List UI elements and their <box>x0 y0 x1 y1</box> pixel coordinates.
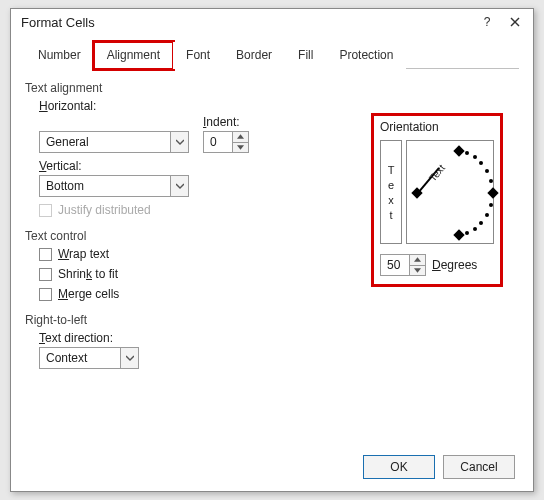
degrees-up-button[interactable] <box>410 255 425 265</box>
tab-strip: Number Alignment Font Border Fill Protec… <box>25 41 519 69</box>
horizontal-label: Horizontal: <box>39 99 519 113</box>
ok-button[interactable]: OK <box>363 455 435 479</box>
merge-cells-checkbox[interactable]: Merge cells <box>39 287 519 301</box>
tab-border[interactable]: Border <box>223 42 285 69</box>
shrink-label: Shrink to fit <box>58 267 118 281</box>
chevron-down-icon <box>170 176 188 196</box>
indent-down-button[interactable] <box>233 142 248 153</box>
help-button[interactable]: ? <box>475 13 499 31</box>
chevron-down-icon <box>170 132 188 152</box>
text-direction-value: Context <box>40 351 120 365</box>
close-button[interactable] <box>503 13 527 31</box>
horizontal-value: General <box>40 135 170 149</box>
format-cells-dialog: Format Cells ? Number Alignment Font Bor… <box>10 8 534 492</box>
indent-label: Indent: <box>203 115 249 129</box>
text-direction-label: Text direction: <box>39 331 519 345</box>
close-icon <box>510 17 520 27</box>
indent-up-button[interactable] <box>233 132 248 142</box>
chevron-down-icon <box>120 348 138 368</box>
indent-value: 0 <box>204 132 232 152</box>
degrees-value: 50 <box>381 255 409 275</box>
checkbox-box-icon <box>39 268 52 281</box>
cancel-button[interactable]: Cancel <box>443 455 515 479</box>
horizontal-combo[interactable]: General <box>39 131 189 153</box>
orientation-dial-text: Text <box>427 162 447 183</box>
orientation-section-label: Orientation <box>380 120 494 134</box>
window-title: Format Cells <box>21 15 471 30</box>
text-alignment-section-label: Text alignment <box>25 81 519 95</box>
orientation-dial[interactable]: Text <box>406 140 494 244</box>
indent-spinner[interactable]: 0 <box>203 131 249 153</box>
tab-protection[interactable]: Protection <box>326 42 406 69</box>
justify-distributed-label: Justify distributed <box>58 203 151 217</box>
orientation-panel: Orientation Text <box>371 113 503 287</box>
vertical-combo[interactable]: Bottom <box>39 175 189 197</box>
vertical-value: Bottom <box>40 179 170 193</box>
degrees-down-button[interactable] <box>410 265 425 276</box>
vertical-text-button[interactable]: Text <box>380 140 402 244</box>
right-to-left-section-label: Right-to-left <box>25 313 519 327</box>
wrap-text-label: Wrap text <box>58 247 109 261</box>
merge-label: Merge cells <box>58 287 119 301</box>
checkbox-box-icon <box>39 288 52 301</box>
text-direction-combo[interactable]: Context <box>39 347 139 369</box>
checkbox-box-icon <box>39 204 52 217</box>
titlebar: Format Cells ? <box>11 9 533 35</box>
tab-number[interactable]: Number <box>25 42 94 69</box>
tab-fill[interactable]: Fill <box>285 42 326 69</box>
degrees-label: Degrees <box>432 258 477 272</box>
tab-alignment[interactable]: Alignment <box>94 42 173 69</box>
degrees-spinner[interactable]: 50 <box>380 254 426 276</box>
checkbox-box-icon <box>39 248 52 261</box>
tab-font[interactable]: Font <box>173 42 223 69</box>
